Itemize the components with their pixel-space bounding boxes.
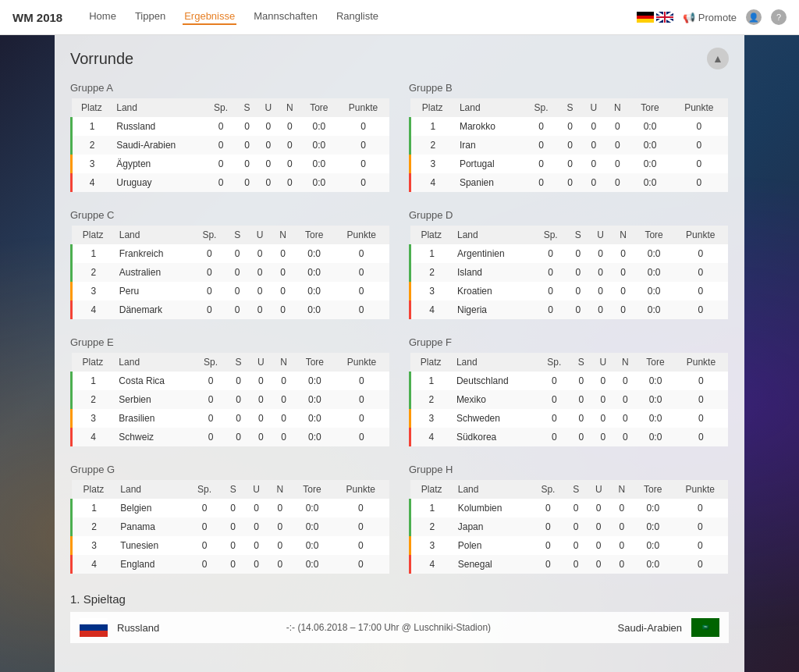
table-row: 2Iran00000:00 (410, 136, 728, 155)
table-row: 3Kroatien00000:00 (410, 282, 728, 300)
group-title-3: Gruppe D (409, 209, 729, 221)
table-row: 1Costa Rica00000:00 (72, 372, 389, 390)
help-icon[interactable]: ? (771, 9, 787, 25)
main-content: Vorrunde ▲ Gruppe APlatzLandSp.SUNTorePu… (55, 35, 744, 672)
table-row: 2Panama00000:00 (72, 517, 389, 536)
section-header: Vorrunde ▲ (70, 48, 729, 69)
flag-icons (637, 12, 673, 23)
group-block-6: Gruppe GPlatzLandSp.SUNTorePunkte1Belgie… (70, 464, 390, 574)
group-block-7: Gruppe HPlatzLandSp.SUNTorePunkte1Kolumb… (409, 464, 729, 574)
table-row: 2Mexiko00000:00 (410, 390, 728, 409)
table-row: 2Japan00000:00 (410, 517, 728, 536)
standings-table-5: PlatzLandSp.SUNTorePunkte1Deutschland000… (409, 353, 729, 446)
table-row: 4Südkorea00000:00 (410, 428, 728, 446)
table-row: 1Frankreich00000:00 (72, 244, 389, 263)
table-row: 4Nigeria00000:00 (410, 300, 728, 319)
group-block-1: Gruppe BPlatzLandSp.SUNTorePunkte1Marokk… (409, 82, 729, 192)
standings-table-7: PlatzLandSp.SUNTorePunkte1Kolumbien00000… (409, 480, 729, 574)
match-info: -:- (14.06.2018 – 17:00 Uhr @ Luschniki-… (169, 622, 608, 633)
spieltag-section: 1. Spieltag Russland -:- (14.06.2018 – 1… (70, 592, 729, 643)
match-row: Russland -:- (14.06.2018 – 17:00 Uhr @ L… (70, 612, 729, 643)
table-row: 4Dänemark00000:00 (72, 300, 389, 319)
group-title-7: Gruppe H (409, 464, 729, 475)
away-team-name: Saudi-Arabien (618, 622, 682, 634)
group-title-0: Gruppe A (70, 82, 390, 94)
table-row: 3Ägypten00000:00 (72, 155, 389, 173)
standings-table-1: PlatzLandSp.SUNTorePunkte1Marokko00000:0… (409, 98, 729, 192)
table-row: 3Schweden00000:00 (410, 409, 728, 428)
group-block-0: Gruppe APlatzLandSp.SUNTorePunkte1Russla… (70, 82, 390, 192)
standings-table-0: PlatzLandSp.SUNTorePunkte1Russland00000:… (70, 98, 390, 192)
table-row: 2Australien00000:00 (72, 263, 389, 282)
group-block-5: Gruppe FPlatzLandSp.SUNTorePunkte1Deutsc… (409, 336, 729, 446)
group-title-2: Gruppe C (70, 209, 390, 221)
group-block-4: Gruppe EPlatzLandSp.SUNTorePunkte1Costa … (70, 336, 390, 446)
nav-links: Home Tippen Ergebnisse Mannschaften Rang… (87, 10, 618, 25)
group-block-2: Gruppe CPlatzLandSp.SUNTorePunkte1Frankr… (70, 209, 390, 319)
group-title-6: Gruppe G (70, 464, 390, 475)
flag-de-icon[interactable] (637, 12, 654, 23)
table-row: 2Saudi-Arabien00000:00 (72, 136, 389, 155)
match-score: -:- (286, 622, 298, 633)
table-row: 3Brasilien00000:00 (72, 409, 389, 428)
flag-uk-icon[interactable] (656, 12, 673, 23)
spieltag-title: 1. Spieltag (70, 592, 729, 606)
groups-grid: Gruppe APlatzLandSp.SUNTorePunkte1Russla… (70, 82, 729, 577)
standings-table-2: PlatzLandSp.SUNTorePunkte1Frankreich0000… (70, 226, 390, 319)
table-row: 4Uruguay00000:00 (72, 173, 389, 192)
table-row: 3Tunesien00000:00 (72, 536, 389, 555)
group-title-4: Gruppe E (70, 336, 390, 348)
scroll-top-button[interactable]: ▲ (707, 48, 729, 69)
nav-rangliste[interactable]: Rangliste (335, 10, 380, 25)
table-row: 1Marokko00000:00 (410, 117, 728, 136)
standings-table-4: PlatzLandSp.SUNTorePunkte1Costa Rica0000… (70, 353, 390, 446)
standings-table-3: PlatzLandSp.SUNTorePunkte1Argentinien000… (409, 226, 729, 319)
section-title-text: Vorrunde (70, 50, 133, 68)
nav-tippen[interactable]: Tippen (133, 10, 167, 25)
nav-mannschaften[interactable]: Mannschaften (252, 10, 319, 25)
promote-button[interactable]: 📢 Promote (683, 12, 737, 23)
table-row: 1Kolumbien00000:00 (410, 499, 728, 517)
nav-ergebnisse[interactable]: Ergebnisse (183, 10, 236, 25)
group-title-1: Gruppe B (409, 82, 729, 94)
standings-table-6: PlatzLandSp.SUNTorePunkte1Belgien00000:0… (70, 480, 390, 574)
table-row: 4Spanien00000:00 (410, 173, 728, 192)
home-team-name: Russland (117, 622, 159, 634)
table-row: 2Island00000:00 (410, 263, 728, 282)
brand: WM 2018 (12, 11, 62, 24)
table-row: 1Russland00000:00 (72, 117, 389, 136)
navbar-right: 📢 Promote 👤 ? (637, 9, 787, 25)
saudi-flag: 🇸🇦 (691, 618, 719, 637)
table-row: 4Schweiz00000:00 (72, 428, 389, 446)
table-row: 3Polen00000:00 (410, 536, 728, 555)
group-block-3: Gruppe DPlatzLandSp.SUNTorePunkte1Argent… (409, 209, 729, 319)
megaphone-icon: 📢 (683, 12, 695, 23)
table-row: 1Argentinien00000:00 (410, 244, 728, 263)
table-row: 4Senegal00000:00 (410, 555, 728, 574)
table-row: 2Serbien00000:00 (72, 390, 389, 409)
table-row: 3Peru00000:00 (72, 282, 389, 300)
nav-home[interactable]: Home (87, 10, 118, 25)
table-row: 3Portugal00000:00 (410, 155, 728, 173)
table-row: 4England00000:00 (72, 555, 389, 574)
table-row: 1Belgien00000:00 (72, 499, 389, 517)
table-row: 1Deutschland00000:00 (410, 372, 728, 390)
navbar: WM 2018 Home Tippen Ergebnisse Mannschaf… (0, 0, 799, 35)
russia-flag (80, 618, 108, 637)
match-details: (14.06.2018 – 17:00 Uhr @ Luschniki-Stad… (297, 622, 491, 633)
user-icon[interactable]: 👤 (746, 9, 762, 25)
group-title-5: Gruppe F (409, 336, 729, 348)
